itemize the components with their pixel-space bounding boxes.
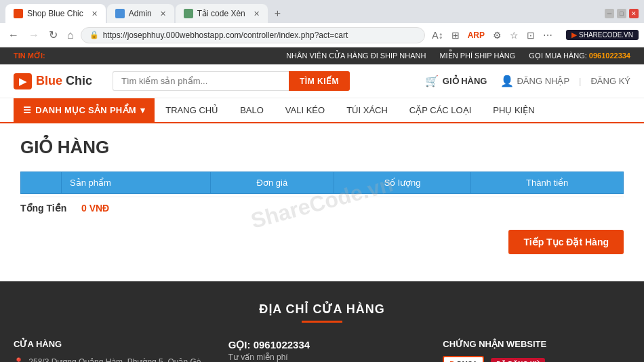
nav-vali-keo[interactable]: VALI KÉO [275,98,336,122]
tab-favicon-shop [14,9,23,18]
nav-phu-kien[interactable]: PHỤ KIỆN [482,98,545,122]
divider: | [579,76,581,86]
nav-trang-chu[interactable]: TRANG CHỦ [155,98,229,122]
location-icon: 📍 [14,357,24,362]
browser-tab-code[interactable]: Tải code Xèn ✕ [176,4,268,23]
footer-col-cert: CHỨNG NHẬN WEBSITE D DMCA ĐÃ ĐĂNG KÝ [443,339,630,362]
translate-icon[interactable]: A↕ [429,28,445,42]
close-button[interactable]: ✕ [629,9,639,18]
col-thanh-tien: Thành tiền [471,172,624,194]
dmca-badge: D DMCA [443,356,484,362]
cart-page-content: ShareCode.vn GIỎ HÀNG Sản phẩm Đơn giá S… [0,123,644,281]
logo-icon: ▶ [14,73,32,89]
footer-cert-title: CHỨNG NHẬN WEBSITE [443,339,630,349]
sharecode-badge: ▶ SHARECODE.VN [566,30,639,40]
cart-actions: Tiếp Tục Đặt Hàng [20,230,624,254]
profile-badge[interactable]: ARP [465,29,487,41]
browser-toolbar: ← → ↻ ⌂ 🔒 https://josephhuy.000webhostap… [0,23,644,47]
site-wrapper: TIN MỚI: NHÂN VIÊN CỬA HÀNG ĐI SHIP NHAN… [0,47,644,362]
user-area: 👤 ĐĂNG NHẬP | ĐĂNG KÝ [500,75,630,87]
tab-close-admin[interactable]: ✕ [160,9,166,18]
cert-badges: D DMCA ĐÃ ĐĂNG KÝ [443,356,630,362]
footer-columns: CỬA HÀNG 📍 258/3 Dương Quảng Hàm, Phường… [14,339,630,362]
search-input[interactable] [113,71,289,91]
page-title: GIỎ HÀNG [20,137,624,158]
cart-label: GIỎ HÀNG [443,76,487,86]
col-san-pham: Sản phẩm [62,172,211,194]
menu-icon[interactable]: ⋯ [540,28,555,42]
reader-icon[interactable]: ⊞ [449,28,462,42]
menu-lines-icon: ☰ [23,105,31,115]
browser-window: Shop Blue Chic ✕ Admin ✕ Tải code Xèn ✕ … [0,0,644,47]
address-bar[interactable]: 🔒 https://josephhuy.000webhostapp.com/co… [81,27,426,43]
tin-moi-area: TIN MỚI: [14,52,45,60]
login-button[interactable]: 👤 ĐĂNG NHẬP [500,75,569,87]
back-button[interactable]: ← [5,28,22,43]
header-right: 🛒 GIỎ HÀNG 👤 ĐĂNG NHẬP | ĐĂNG KÝ [425,75,630,87]
col-so-luong: Số lượng [334,172,471,194]
total-value: 0 VNĐ [81,203,109,214]
tab-favicon-code [184,9,193,18]
search-button[interactable]: TÌM KIẾM [289,71,350,91]
home-button[interactable]: ⌂ [64,28,77,43]
footer-underline [302,321,342,323]
tab-favicon-admin [115,9,125,18]
collections-icon[interactable]: ⊡ [524,28,538,42]
browser-title-bar: Shop Blue Chic ✕ Admin ✕ Tải code Xèn ✕ … [0,0,644,23]
forward-button[interactable]: → [26,28,42,43]
nav-cap-cac-loai[interactable]: CẶP CÁC LOẠI [399,98,482,122]
new-tab-button[interactable]: + [269,5,286,22]
favorites-icon[interactable]: ☆ [507,28,521,42]
nav-tui-xach[interactable]: TÚI XÁCH [336,98,399,122]
sc-brand: ▶ [571,31,577,39]
browser-extra-buttons: A↕ ⊞ ARP ⚙ ☆ ⊡ ⋯ [429,28,555,42]
tab-close-code[interactable]: ✕ [254,9,260,18]
maximize-button[interactable]: □ [617,9,626,18]
phone-number: 0961022334 [589,52,630,60]
register-button[interactable]: ĐĂNG KÝ [590,76,630,86]
top-banner: TIN MỚI: NHÂN VIÊN CỬA HÀNG ĐI SHIP NHAN… [0,47,644,64]
search-area: TÌM KIẾM [113,71,350,91]
footer-col-store: CỬA HÀNG 📍 258/3 Dương Quảng Hàm, Phường… [14,339,201,362]
browser-tab-shop[interactable]: Shop Blue Chic ✕ [5,4,106,23]
total-label: Tổng Tiền [20,203,75,214]
danh-muc-button[interactable]: ☰ DANH MỤC SẢN PHẨM ▾ [14,98,155,122]
footer-col-call: GỌI: 0961022334 Tư vấn miễn phí Bán hàng… [228,339,416,362]
site-nav: ☰ DANH MỤC SẢN PHẨM ▾ TRANG CHỦ BALO VAL… [0,98,644,123]
total-area: Tổng Tiền 0 VNĐ [20,197,624,219]
tab-close-shop[interactable]: ✕ [92,9,98,18]
registered-badge: ĐÃ ĐĂNG KÝ [491,358,544,363]
cart-area[interactable]: 🛒 GIỎ HÀNG [425,75,487,87]
danh-muc-label: DANH MỤC SẢN PHẨM [35,105,136,115]
checkout-button[interactable]: Tiếp Tục Đặt Hàng [508,230,624,254]
logo-area[interactable]: ▶ Blue Chic [14,73,92,89]
site-header: ▶ Blue Chic TÌM KIẾM 🛒 GIỎ HÀNG 👤 ĐĂNG N… [0,64,644,98]
tab-label-code: Tải code Xèn [197,9,245,18]
col-checkbox [21,172,62,194]
login-label: ĐĂNG NHẬP [517,76,569,86]
tin-moi-label: TIN MỚI: [14,52,45,60]
sc-text: SHARECODE.VN [579,31,633,39]
footer-store-title: CỬA HÀNG [14,339,201,349]
refresh-button[interactable]: ↻ [46,27,60,43]
footer-section-title: ĐỊA CHỈ CỬA HÀNG [14,302,630,317]
address-text: 258/3 Dương Quảng Hàm, Phường 5, Quận Gò… [14,357,201,362]
tab-label-shop: Shop Blue Chic [27,9,83,18]
footer-store-address: 📍 258/3 Dương Quảng Hàm, Phường 5, Quận … [14,356,201,362]
goi-mua-label: GỌI MUA HÀNG: 0961022334 [529,52,630,60]
logo-text: Blue Chic [36,74,92,88]
footer-call-sub1: Tư vấn miễn phí [228,351,416,362]
minimize-button[interactable]: ─ [605,9,614,18]
cart-table: Sản phẩm Đơn giá Số lượng Thành tiền [20,172,624,194]
nav-balo[interactable]: BALO [229,98,275,122]
ship-nhanh-text: NHÂN VIÊN CỬA HÀNG ĐI SHIP NHANH [286,52,426,60]
browser-tab-admin[interactable]: Admin ✕ [107,4,174,23]
sharecode-logo-area: ▶ SHARECODE.VN [566,30,639,40]
user-icon: 👤 [500,75,514,87]
lock-icon: 🔒 [89,31,99,39]
extensions-icon[interactable]: ⚙ [490,28,504,42]
free-ship-text: MIỄN PHÍ SHIP HÀNG [439,52,515,60]
col-don-gia: Đơn giá [211,172,334,194]
tab-label-admin: Admin [129,9,152,18]
site-footer: ĐỊA CHỈ CỬA HÀNG CỬA HÀNG 📍 258/3 Dương … [0,281,644,362]
